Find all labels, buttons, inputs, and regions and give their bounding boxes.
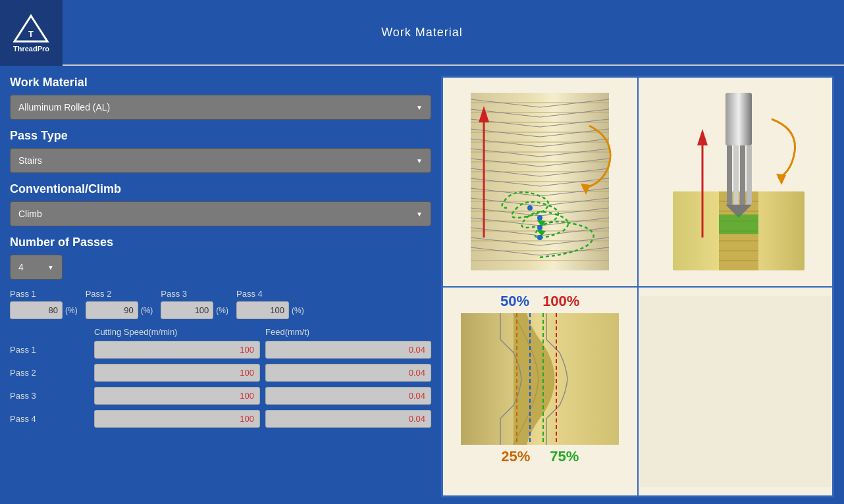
conv-climb-dropdown[interactable]: Climb ▼ [10,201,431,226]
num-passes-arrow: ▼ [47,264,54,271]
pass2-input-row: (%) [86,301,153,319]
percent-25-label: 25% [501,448,530,465]
row1-label: Pass 1 [10,345,89,355]
pass1-pct-input[interactable] [10,301,63,319]
row1-speed-input[interactable] [94,341,260,359]
header-title: Work Material [381,26,463,39]
cutting-speed-header: Cutting Speed(m/min) [94,327,260,337]
svg-rect-40 [733,145,739,205]
tap-svg [640,86,831,277]
num-passes-label: Number of Passes [10,236,431,249]
conv-climb-value: Climb [18,209,42,219]
work-material-value: Alluminum Rolled (AL) [18,102,110,113]
main-content: Work Material Alluminum Rolled (AL) ▼ Pa… [0,66,844,504]
work-material-arrow: ▼ [416,104,423,111]
row3-label: Pass 3 [10,391,89,401]
svg-rect-38 [725,93,752,145]
percent-50-label: 50% [500,293,529,310]
pass4-col: Pass 4 (%) [236,289,304,319]
pass4-pct-input[interactable] [236,301,289,319]
right-panel: 50% 100% [441,76,834,497]
pass3-label: Pass 3 [161,289,228,299]
cross-section-svg [461,313,619,445]
left-panel: Work Material Alluminum Rolled (AL) ▼ Pa… [10,76,431,497]
logo-text: ThreadPro [13,45,49,53]
work-material-dropdown[interactable]: Alluminum Rolled (AL) ▼ [10,95,431,120]
pass3-col: Pass 3 (%) [161,289,228,319]
work-material-label: Work Material [10,76,431,89]
thread-cross-viz: 50% 100% [442,287,638,497]
data-table: Cutting Speed(m/min) Feed(mm/t) Pass 1 P… [10,327,431,428]
row2-feed-input[interactable] [265,364,431,382]
svg-rect-39 [727,145,732,205]
app-header: T ThreadPro Work Material [0,0,844,66]
table-row: Pass 4 [10,410,431,428]
spiral-thread-viz [442,77,638,287]
conv-climb-arrow: ▼ [416,211,423,218]
bottom-right-svg [640,296,831,487]
svg-point-23 [527,205,533,211]
pass4-label: Pass 4 [236,289,304,299]
percent-75-label: 75% [550,448,579,465]
svg-text:T: T [28,29,34,39]
percent-100-label: 100% [542,293,579,310]
svg-rect-53 [640,296,831,487]
svg-rect-42 [747,145,752,205]
table-row: Pass 1 [10,341,431,359]
svg-point-22 [537,215,542,220]
percent-labels-top: 50% 100% [500,293,579,310]
pass2-col: Pass 2 (%) [86,289,153,319]
pass-type-dropdown[interactable]: Stairs ▼ [10,148,431,173]
num-passes-value: 4 [18,262,24,272]
row2-speed-input[interactable] [94,364,260,382]
row4-label: Pass 4 [10,414,89,424]
svg-rect-44 [719,214,758,234]
row4-feed-input[interactable] [265,410,431,428]
pass3-pct-label: (%) [216,306,228,315]
pass1-col: Pass 1 (%) [10,289,78,319]
pass-type-value: Stairs [18,155,42,166]
logo-icon: T [13,14,49,43]
pass1-label: Pass 1 [10,289,78,299]
logo-box: T ThreadPro [0,0,63,66]
conv-climb-label: Conventional/Climb [10,182,431,196]
row2-label: Pass 2 [10,368,89,378]
svg-marker-46 [697,129,708,145]
pass4-input-row: (%) [236,301,304,319]
pass-pct-row: Pass 1 (%) Pass 2 (%) Pass 3 (%) [10,289,431,319]
empty-header [10,327,89,337]
pass2-pct-input[interactable] [86,301,138,319]
pass2-label: Pass 2 [86,289,153,299]
row3-feed-input[interactable] [265,387,431,405]
bottom-right-viz [638,287,833,497]
table-header: Cutting Speed(m/min) Feed(mm/t) [10,327,431,337]
svg-marker-47 [776,174,786,185]
row4-speed-input[interactable] [94,410,260,428]
spiral-svg [444,86,635,277]
table-row: Pass 3 [10,387,431,405]
row1-feed-input[interactable] [265,341,431,359]
table-row: Pass 2 [10,364,431,382]
pass1-input-row: (%) [10,301,78,319]
percent-labels-bottom: 25% 75% [501,448,579,465]
pass-type-label: Pass Type [10,129,431,143]
pass3-pct-input[interactable] [161,301,213,319]
pass2-pct-label: (%) [141,306,153,315]
tap-drill-viz [638,77,833,287]
pass4-pct-label: (%) [292,306,304,315]
feed-header: Feed(mm/t) [265,327,431,337]
pass-type-arrow: ▼ [416,157,423,164]
row3-speed-input[interactable] [94,387,260,405]
pass1-pct-label: (%) [65,306,78,315]
pass3-input-row: (%) [161,301,228,319]
svg-rect-41 [740,145,745,205]
num-passes-dropdown[interactable]: 4 ▼ [10,255,63,280]
